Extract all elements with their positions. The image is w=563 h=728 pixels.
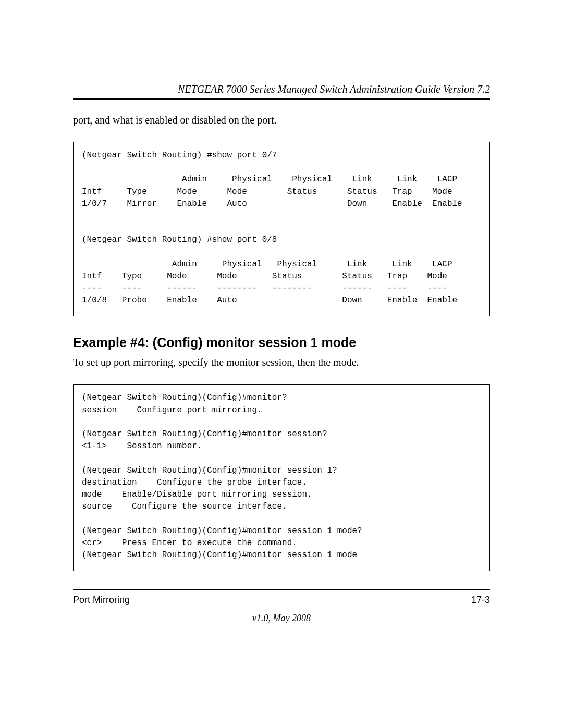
footer-section: Port Mirroring <box>73 595 130 606</box>
example4-heading: Example #4: (Config) monitor session 1 m… <box>73 335 490 350</box>
footer-rule <box>73 589 490 590</box>
code-block-monitor-session: (Netgear Switch Routing)(Config)#monitor… <box>73 384 490 571</box>
header-rule <box>73 98 490 100</box>
footer-page-number: 17-3 <box>471 595 490 606</box>
footer-row: Port Mirroring 17-3 <box>73 595 490 606</box>
running-header: NETGEAR 7000 Series Managed Switch Admin… <box>73 83 490 95</box>
intro-paragraph: port, and what is enabled or disabled on… <box>73 113 490 127</box>
example4-text: To set up port mirroring, specify the mo… <box>73 355 490 369</box>
page: NETGEAR 7000 Series Managed Switch Admin… <box>0 0 563 728</box>
footer-version: v1.0, May 2008 <box>73 613 490 624</box>
code-block-show-port: (Netgear Switch Routing) #show port 0/7 … <box>73 142 490 316</box>
page-footer: Port Mirroring 17-3 v1.0, May 2008 <box>73 589 490 624</box>
